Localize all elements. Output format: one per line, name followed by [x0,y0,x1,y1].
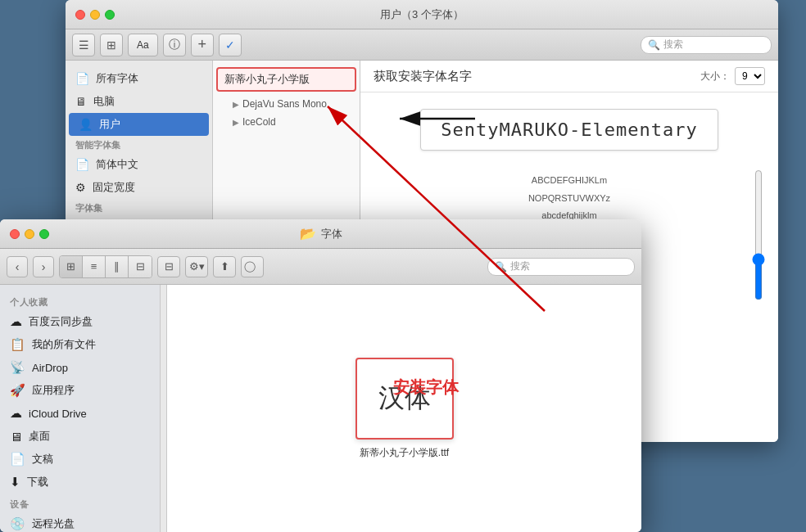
font-item-dejavu[interactable]: ▶ DejaVu Sans Mono [213,95,360,113]
font-file-label: 新蒂小丸子小学版.ttf [360,446,449,460]
fontbook-toolbar: ☰ ⊞ Aa ⓘ + ✓ 🔍 搜索 [66,29,778,61]
sidebar-item-remote-disc[interactable]: 💿 远程光盘 [0,512,160,532]
sidebar-label: 百度云同步盘 [29,314,93,329]
finder-content: 汉体 新蒂小丸子小学版.ttf [167,285,641,532]
preview-header: 获取安装字体名字 大小： 9 [360,61,778,92]
sidebar-scrollbar[interactable] [161,285,167,532]
sidebar-item-label: 用户 [99,117,120,132]
finder-search-placeholder: 搜索 [510,259,530,273]
sidebar-item-applications[interactable]: 🚀 应用程序 [0,379,160,402]
font-size-button[interactable]: Aa [128,34,158,56]
sidebar-item-simplified-chinese[interactable]: 📄 简体中文 [66,153,212,176]
share-button[interactable]: ⬆ [213,256,236,277]
back-button[interactable]: ‹ [7,256,28,277]
sidebar-item-all-fonts[interactable]: 📄 所有字体 [66,67,212,90]
finder-window: 📂 字体 ‹ › ⊞ ≡ ∥ ⊟ ⊟ ⚙▾ ⬆ ⃝ 🔍 搜索 个人收藏 ☁ 百度… [0,219,641,532]
finder-traffic-lights [10,229,49,239]
sidebar-label: iCloud Drive [29,408,87,420]
font-item-icecold[interactable]: ▶ IceCold [213,113,360,131]
documents-icon: 📄 [10,452,25,467]
finder-search[interactable]: 🔍 搜索 [487,258,635,276]
view-buttons: ⊞ ≡ ∥ ⊟ [59,255,152,278]
sidebar-item-label: 简体中文 [96,157,138,172]
finder-titlebar: 📂 字体 [0,219,641,249]
simplified-chinese-icon: 📄 [75,158,89,171]
sidebar-label: 远程光盘 [32,516,75,531]
fontbook-window-title: 用户（3 个字体） [380,7,464,22]
sidebar-item-documents[interactable]: 📄 文稿 [0,448,160,471]
finder-sidebar: 个人收藏 ☁ 百度云同步盘 📋 我的所有文件 📡 AirDrop 🚀 应用程序 … [0,285,161,532]
preview-slider-area [752,169,765,333]
maximize-button[interactable] [105,10,115,20]
sidebar-item-baidu[interactable]: ☁ 百度云同步盘 [0,310,160,333]
sidebar-label: 桌面 [29,429,50,444]
font-collection-section: 字体集 [66,199,212,216]
font-file-item[interactable]: 汉体 新蒂小丸子小学版.ttf [355,358,454,460]
action-menu-button[interactable]: ⚙▾ [185,256,208,277]
desktop-icon: 🖥 [10,430,22,444]
size-control: 大小： 9 [700,67,765,85]
applications-icon: 🚀 [10,383,25,398]
sidebar-item-desktop[interactable]: 🖥 桌面 [0,425,160,448]
finder-window-title: 📂 字体 [300,226,342,241]
icon-view-button[interactable]: ⊞ [60,256,83,277]
info-button[interactable]: ⓘ [163,34,186,56]
add-font-button[interactable]: + [191,34,214,56]
column-view-button[interactable]: ∥ [106,256,129,277]
finder-body: 个人收藏 ☁ 百度云同步盘 📋 我的所有文件 📡 AirDrop 🚀 应用程序 … [0,285,641,532]
computer-icon: 🖥 [75,95,87,108]
sidebar-item-airdrop[interactable]: 📡 AirDrop [0,356,160,379]
font-file-preview: 汉体 [355,358,454,440]
smart-fonts-section: 智能字体集 [66,136,212,153]
remote-disc-icon: 💿 [10,516,25,531]
sidebar-label: 下载 [27,475,48,489]
finder-maximize-button[interactable] [39,229,49,239]
sidebar-item-label: 电脑 [93,94,115,109]
sidebar-toggle-button[interactable]: ☰ [72,34,95,56]
finder-toolbar: ‹ › ⊞ ≡ ∥ ⊟ ⊟ ⚙▾ ⬆ ⃝ 🔍 搜索 [0,249,641,285]
sidebar-item-label: 固定宽度 [93,180,135,195]
sidebar-item-icloud[interactable]: ☁ iCloud Drive [0,402,160,425]
fontbook-titlebar: 用户（3 个字体） [66,0,778,29]
tag-button[interactable]: ⃝ [241,256,264,277]
favorites-section: 个人收藏 [0,291,160,310]
preview-title: 获取安装字体名字 [374,69,472,84]
sample-line-1: ABCDEFGHIJKLm [532,174,607,188]
check-font-button[interactable]: ✓ [219,34,242,56]
icloud-icon: ☁ [10,406,22,421]
font-name-display: SentyMARUKO-Elementary [420,109,718,151]
fontbook-search[interactable]: 🔍 搜索 [641,36,772,54]
user-icon: 👤 [79,118,93,131]
sidebar-item-fixed-width[interactable]: ⚙ 固定宽度 [66,176,212,199]
sidebar-item-downloads[interactable]: ⬇ 下载 [0,471,160,494]
search-icon: 🔍 [648,39,660,51]
sidebar-item-computer[interactable]: 🖥 电脑 [66,90,212,113]
close-button[interactable] [75,10,85,20]
size-select[interactable]: 9 [735,67,765,85]
folder-icon: 📂 [300,226,316,241]
forward-button[interactable]: › [33,256,54,277]
font-preview-char: 汉体 [378,381,431,417]
downloads-icon: ⬇ [10,475,20,489]
finder-search-icon: 🔍 [495,261,507,273]
fixed-width-icon: ⚙ [75,181,86,194]
preview-size-slider[interactable] [752,169,765,300]
coverflow-view-button[interactable]: ⊟ [129,256,152,277]
sidebar-item-user[interactable]: 👤 用户 [69,113,209,136]
font-item-senty[interactable]: 新蒂小丸子小学版 [216,67,356,92]
all-files-icon: 📋 [10,337,25,352]
sidebar-label: 应用程序 [32,383,75,398]
finder-close-button[interactable] [10,229,20,239]
preview-font-name-box: SentyMARUKO-Elementary [360,92,778,167]
all-fonts-icon: 📄 [75,72,89,85]
sidebar-item-all-files[interactable]: 📋 我的所有文件 [0,333,160,356]
sidebar-label: 我的所有文件 [32,337,96,352]
list-view-button[interactable]: ≡ [83,256,106,277]
grid-view-button[interactable]: ⊞ [100,34,123,56]
airdrop-icon: 📡 [10,360,25,375]
arrange-button[interactable]: ⊟ [157,256,180,277]
minimize-button[interactable] [90,10,100,20]
finder-minimize-button[interactable] [25,229,34,239]
sidebar-label: AirDrop [32,362,68,374]
traffic-lights [75,10,115,20]
